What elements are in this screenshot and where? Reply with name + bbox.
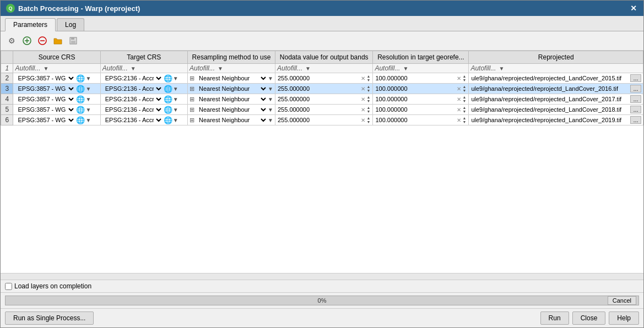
- nodata-spin-down[interactable]: ▼: [366, 120, 371, 124]
- resolution-cell[interactable]: ✕ ▲ ▼: [373, 84, 469, 94]
- reprojected-cell[interactable]: ...: [469, 115, 643, 125]
- resolution-clear-icon[interactable]: ✕: [457, 107, 461, 113]
- reprojected-browse-button[interactable]: ...: [630, 106, 641, 113]
- reprojected-browse-button[interactable]: ...: [630, 85, 641, 92]
- target-crs-globe-icon[interactable]: 🌐: [164, 74, 172, 83]
- resolution-spin-up[interactable]: ▲: [462, 106, 467, 110]
- resolution-cell[interactable]: ✕ ▲ ▼: [373, 73, 469, 84]
- reprojected-cell[interactable]: ...: [469, 94, 643, 105]
- nodata-cell[interactable]: ✕ ▲ ▼: [275, 84, 372, 94]
- resampling-select[interactable]: Nearest Neighbour: [196, 74, 268, 83]
- resolution-input[interactable]: [375, 85, 456, 92]
- resolution-clear-icon[interactable]: ✕: [457, 117, 461, 123]
- reprojected-cell[interactable]: ...: [469, 73, 643, 84]
- resampling-cell[interactable]: ⊞ Nearest Neighbour ▼: [187, 84, 275, 94]
- target-crs-cell[interactable]: EPSG:2136 - Accra... 🌐 ▼: [100, 105, 187, 115]
- source-crs-cell[interactable]: EPSG:3857 - WGS 🌐 ▼: [13, 73, 100, 84]
- reprojected-browse-button[interactable]: ...: [630, 95, 641, 103]
- run-single-process-button[interactable]: Run as Single Process...: [5, 311, 94, 325]
- target-crs-cell[interactable]: EPSG:2136 - Accra... 🌐 ▼: [100, 84, 187, 94]
- resolution-input[interactable]: [375, 95, 456, 103]
- nodata-clear-icon[interactable]: ✕: [361, 75, 365, 81]
- source-crs-globe-icon[interactable]: 🌐: [76, 85, 85, 93]
- reprojected-browse-button[interactable]: ...: [630, 74, 641, 82]
- resampling-cell[interactable]: ⊞ Nearest Neighbour ▼: [187, 73, 275, 84]
- nodata-input[interactable]: [277, 116, 361, 124]
- resolution-clear-icon[interactable]: ✕: [457, 96, 461, 102]
- reprojected-input[interactable]: [470, 116, 630, 124]
- resolution-spin-up[interactable]: ▲: [462, 85, 467, 89]
- resolution-spin-down[interactable]: ▼: [462, 110, 467, 113]
- resolution-cell[interactable]: ✕ ▲ ▼: [373, 115, 469, 125]
- target-crs-select[interactable]: EPSG:2136 - Accra...: [102, 84, 163, 93]
- nodata-spin-down[interactable]: ▼: [366, 89, 371, 92]
- source-crs-cell[interactable]: EPSG:3857 - WGS 🌐 ▼: [13, 115, 100, 125]
- reprojected-input[interactable]: [470, 95, 630, 103]
- help-button[interactable]: Help: [609, 311, 639, 325]
- nodata-clear-icon[interactable]: ✕: [361, 96, 365, 102]
- nodata-spin-up[interactable]: ▲: [366, 85, 371, 89]
- reprojected-input[interactable]: [470, 106, 630, 113]
- target-crs-cell[interactable]: EPSG:2136 - Accra... 🌐 ▼: [100, 73, 187, 84]
- autofill-resolution[interactable]: Autofill... ▼: [373, 64, 469, 73]
- resolution-cell[interactable]: ✕ ▲ ▼: [373, 94, 469, 105]
- resampling-select[interactable]: Nearest Neighbour: [196, 116, 268, 124]
- resampling-cell[interactable]: ⊞ Nearest Neighbour ▼: [187, 94, 275, 105]
- resolution-spin-up[interactable]: ▲: [462, 74, 467, 78]
- nodata-input[interactable]: [277, 85, 361, 92]
- reprojected-cell[interactable]: ...: [469, 105, 643, 115]
- source-crs-select[interactable]: EPSG:3857 - WGS: [15, 74, 75, 83]
- target-crs-select[interactable]: EPSG:2136 - Accra...: [102, 74, 163, 83]
- close-button[interactable]: ✕: [629, 4, 638, 13]
- resolution-spin-up[interactable]: ▲: [462, 116, 467, 120]
- table-container[interactable]: Source CRS Target CRS Resampling method …: [1, 51, 643, 273]
- add-row-button[interactable]: [20, 34, 34, 47]
- autofill-target-crs[interactable]: Autofill... ▼: [100, 64, 187, 73]
- target-crs-globe-icon[interactable]: 🌐: [164, 106, 172, 114]
- nodata-spin-down[interactable]: ▼: [366, 99, 371, 103]
- reprojected-input[interactable]: [470, 74, 630, 82]
- autofill-nodata[interactable]: Autofill... ▼: [275, 64, 372, 73]
- source-crs-cell[interactable]: EPSG:3857 - WGS 🌐 ▼: [13, 105, 100, 115]
- resolution-spin-down[interactable]: ▼: [462, 89, 467, 92]
- save-button[interactable]: [67, 34, 80, 47]
- resolution-spin-down[interactable]: ▼: [462, 99, 467, 103]
- load-layers-label[interactable]: Load layers on completion: [5, 282, 91, 290]
- target-crs-select[interactable]: EPSG:2136 - Accra...: [102, 116, 163, 124]
- source-crs-select[interactable]: EPSG:3857 - WGS: [15, 105, 75, 114]
- target-crs-globe-icon[interactable]: 🌐: [164, 85, 172, 93]
- resolution-spin-down[interactable]: ▼: [462, 78, 467, 82]
- nodata-input[interactable]: [277, 74, 361, 82]
- nodata-clear-icon[interactable]: ✕: [361, 117, 365, 123]
- source-crs-select[interactable]: EPSG:3857 - WGS: [15, 95, 75, 103]
- target-crs-globe-icon[interactable]: 🌐: [164, 95, 172, 103]
- open-button[interactable]: [51, 34, 64, 47]
- autofill-resample[interactable]: Autofill... ▼: [187, 64, 275, 73]
- resolution-clear-icon[interactable]: ✕: [457, 75, 461, 81]
- source-crs-cell[interactable]: EPSG:3857 - WGS 🌐 ▼: [13, 84, 100, 94]
- source-crs-cell[interactable]: EPSG:3857 - WGS 🌐 ▼: [13, 94, 100, 105]
- nodata-spin-up[interactable]: ▲: [366, 106, 371, 110]
- resolution-input[interactable]: [375, 106, 456, 113]
- source-crs-globe-icon[interactable]: 🌐: [76, 74, 85, 83]
- resampling-cell[interactable]: ⊞ Nearest Neighbour ▼: [187, 115, 275, 125]
- resolution-input[interactable]: [375, 116, 456, 124]
- resolution-spin-down[interactable]: ▼: [462, 120, 467, 124]
- source-crs-globe-icon[interactable]: 🌐: [76, 95, 85, 103]
- reprojected-browse-button[interactable]: ...: [630, 116, 641, 124]
- target-crs-cell[interactable]: EPSG:2136 - Accra... 🌐 ▼: [100, 94, 187, 105]
- resampling-select[interactable]: Nearest Neighbour: [196, 95, 268, 103]
- tab-log[interactable]: Log: [57, 18, 84, 31]
- resolution-spin-up[interactable]: ▲: [462, 95, 467, 99]
- nodata-input[interactable]: [277, 106, 361, 113]
- autofill-source-crs[interactable]: Autofill... ▼: [13, 64, 100, 73]
- horizontal-scrollbar[interactable]: [1, 273, 643, 280]
- cancel-button[interactable]: Cancel: [608, 296, 636, 305]
- resolution-cell[interactable]: ✕ ▲ ▼: [373, 105, 469, 115]
- target-crs-cell[interactable]: EPSG:2136 - Accra... 🌐 ▼: [100, 115, 187, 125]
- run-button[interactable]: Run: [540, 311, 569, 325]
- reprojected-cell[interactable]: ...: [469, 84, 643, 94]
- resolution-input[interactable]: [375, 74, 456, 82]
- settings-button[interactable]: ⚙: [5, 34, 18, 47]
- nodata-spin-up[interactable]: ▲: [366, 74, 371, 78]
